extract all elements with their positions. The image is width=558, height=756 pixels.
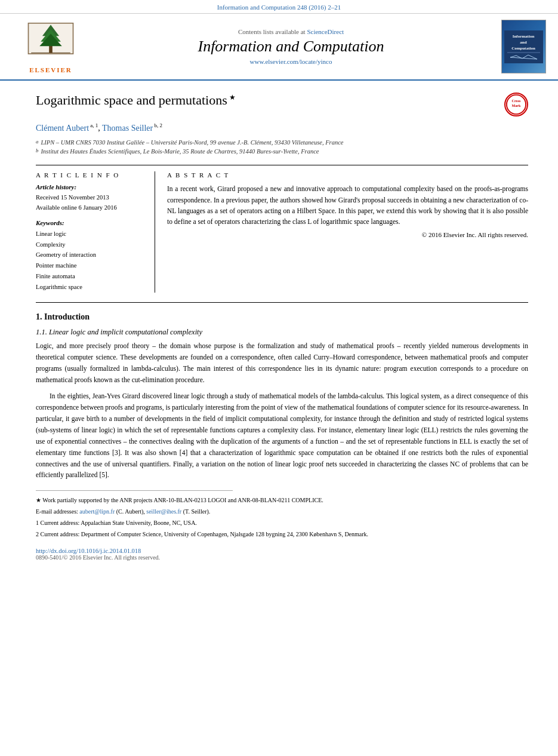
- keywords-heading: Keywords:: [36, 219, 145, 226]
- elsevier-tree-icon: [21, 20, 81, 65]
- crossmark-icon: Cross Mark: [504, 93, 528, 116]
- svg-text:Cross: Cross: [512, 99, 522, 103]
- article-title-row: Logarithmic space and permutations ★ Cro…: [36, 93, 528, 116]
- keyword-6: Logarithmic space: [36, 282, 145, 293]
- svg-text:and: and: [520, 40, 526, 45]
- footnote-star: ★ Work partially supported by the ANR pr…: [36, 496, 528, 505]
- footer-rights: 0890-5401/© 2016 Elsevier Inc. All right…: [36, 554, 528, 561]
- article-info-abstract: A R T I C L E I N F O Article history: R…: [36, 171, 528, 293]
- footnote-divider: [36, 490, 233, 491]
- footer-doi[interactable]: http://dx.doi.org/10.1016/j.ic.2014.01.0…: [36, 548, 528, 554]
- email-link-2[interactable]: seiller@ihes.fr: [146, 508, 181, 515]
- header-area: ELSEVIER Contents lists available at Sci…: [0, 14, 558, 81]
- header-center-content: Contents lists available at ScienceDirec…: [90, 28, 492, 65]
- footnote-email: E-mail addresses: aubert@lipn.fr (C. Aub…: [36, 507, 528, 517]
- article-info-col: A R T I C L E I N F O Article history: R…: [36, 171, 155, 293]
- author-1: Clément Aubert: [36, 124, 89, 133]
- section-1-1-heading: 1.1. Linear logic and implicit computati…: [36, 328, 528, 337]
- svg-text:Computation: Computation: [511, 46, 535, 51]
- crossmark-badge-area: Cross Mark: [504, 93, 528, 116]
- abstract-heading: A B S T R A C T: [167, 171, 528, 179]
- received-date: Received 15 November 2013: [36, 193, 145, 203]
- divider-2: [36, 302, 528, 303]
- journal-cover-area: Information and Computation: [492, 20, 546, 73]
- journal-title-header: Information and Computation: [90, 38, 492, 56]
- svg-text:Mark: Mark: [511, 104, 521, 107]
- keyword-5: Finite automata: [36, 271, 145, 282]
- divider-1: [36, 165, 528, 165]
- journal-top-line: Information and Computation 248 (2016) 2…: [0, 0, 558, 14]
- affiliations: a LIPN – UMR CNRS 7030 Institut Galilée …: [36, 138, 528, 157]
- keyword-3: Geometry of interaction: [36, 250, 145, 260]
- elsevier-logo-area: ELSEVIER: [12, 20, 90, 73]
- sciencedirect-link[interactable]: ScienceDirect: [307, 28, 344, 35]
- journal-url[interactable]: www.elsevier.com/locate/yinco: [90, 58, 492, 65]
- elsevier-wordmark: ELSEVIER: [29, 66, 72, 73]
- author-2: Thomas Seiller: [102, 124, 153, 133]
- email-link-1[interactable]: aubert@lipn.fr: [79, 508, 115, 515]
- authors-line: Clément Aubert a, 1, Thomas Seiller b, 2: [36, 122, 528, 133]
- copyright-line: © 2016 Elsevier Inc. All rights reserved…: [167, 231, 528, 238]
- footnotes-area: ★ Work partially supported by the ANR pr…: [36, 496, 528, 539]
- cover-graphic-icon: Information and Computation: [504, 30, 543, 63]
- history-heading: Article history:: [36, 183, 145, 190]
- section-1-heading: 1. Introduction: [36, 312, 528, 322]
- footnote-2: 2 Current address: Department of Compute…: [36, 530, 528, 539]
- svg-text:Information: Information: [513, 34, 535, 39]
- available-date: Available online 6 January 2016: [36, 203, 145, 213]
- keywords-section: Keywords: Linear logic Complexity Geomet…: [36, 219, 145, 293]
- main-content: Logarithmic space and permutations ★ Cro…: [0, 81, 558, 573]
- contents-line: Contents lists available at ScienceDirec…: [90, 28, 492, 35]
- body-para-2: In the eighties, Jean-Yves Girard discov…: [36, 391, 528, 481]
- article-info-heading: A R T I C L E I N F O: [36, 171, 145, 179]
- body-para-1: Logic, and more precisely proof theory –…: [36, 340, 528, 386]
- footnote-1: 1 Current address: Appalachian State Uni…: [36, 518, 528, 528]
- article-history: Article history: Received 15 November 20…: [36, 183, 145, 213]
- article-title: Logarithmic space and permutations ★: [36, 93, 236, 108]
- journal-cover-image: Information and Computation: [501, 20, 546, 73]
- abstract-text: In a recent work, Girard proposed a new …: [167, 183, 528, 228]
- affiliation-b: b Institut des Hautes Études Scientifiqu…: [36, 147, 528, 156]
- abstract-col: A B S T R A C T In a recent work, Girard…: [167, 171, 528, 293]
- keyword-4: Pointer machine: [36, 260, 145, 271]
- keyword-1: Linear logic: [36, 229, 145, 239]
- keyword-2: Complexity: [36, 239, 145, 250]
- affiliation-a: a LIPN – UMR CNRS 7030 Institut Galilée …: [36, 138, 528, 147]
